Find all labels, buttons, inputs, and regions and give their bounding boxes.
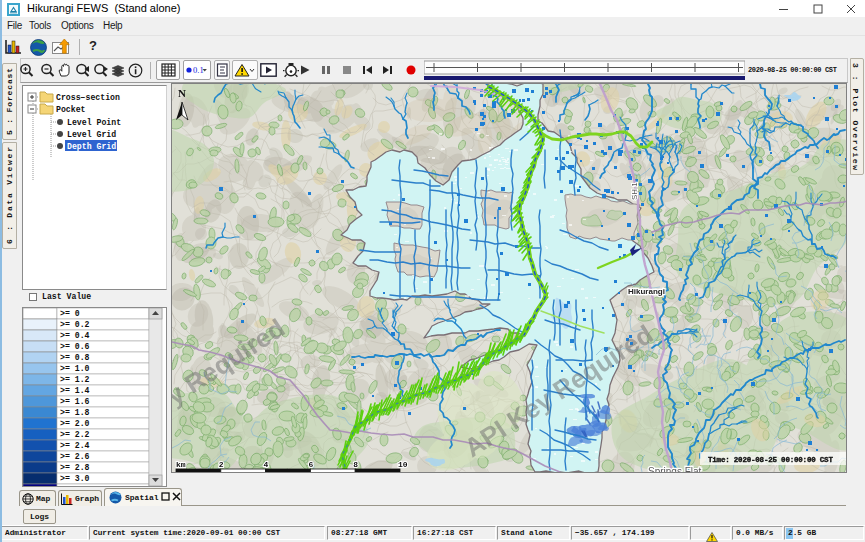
svg-text:4: 4 bbox=[264, 460, 269, 469]
svg-text:2: 2 bbox=[219, 460, 224, 469]
svg-text:3 : Plot Overview: 3 : Plot Overview bbox=[851, 63, 860, 170]
svg-text:>= 1.4: >= 1.4 bbox=[60, 386, 90, 395]
svg-text:>= 0: >= 0 bbox=[60, 309, 80, 318]
svg-text:Level Grid: Level Grid bbox=[67, 130, 116, 139]
svg-text:>= 2.6: >= 2.6 bbox=[60, 452, 90, 461]
svg-text:>= 2.0: >= 2.0 bbox=[60, 419, 90, 428]
svg-text:>= 2.2: >= 2.2 bbox=[60, 430, 90, 439]
svg-text:Hikurangi: Hikurangi bbox=[628, 287, 665, 296]
svg-text:>= 1.0: >= 1.0 bbox=[60, 364, 90, 373]
svg-text:0.1: 0.1 bbox=[193, 65, 204, 75]
svg-text:>= 3.2: >= 3.2 bbox=[60, 485, 90, 486]
svg-text:N: N bbox=[178, 87, 186, 99]
svg-text:SH 1: SH 1 bbox=[630, 182, 639, 200]
svg-text:>= 0.2: >= 0.2 bbox=[60, 320, 90, 329]
svg-text:8: 8 bbox=[353, 460, 358, 469]
svg-text:5 : Forecast: 5 : Forecast bbox=[5, 68, 14, 135]
svg-text:>= 3.0: >= 3.0 bbox=[60, 474, 90, 483]
svg-text:>= 0.6: >= 0.6 bbox=[60, 342, 90, 351]
svg-text:>= 2.4: >= 2.4 bbox=[60, 441, 90, 450]
svg-text:>= 1.6: >= 1.6 bbox=[60, 397, 90, 406]
svg-text:>= 2.8: >= 2.8 bbox=[60, 463, 90, 472]
svg-text:6: 6 bbox=[308, 460, 313, 469]
svg-text:Depth Grid: Depth Grid bbox=[67, 142, 116, 151]
svg-text:Pocket: Pocket bbox=[56, 105, 86, 114]
svg-text:>= 1.2: >= 1.2 bbox=[60, 375, 90, 384]
svg-text:>= 0.4: >= 0.4 bbox=[60, 331, 90, 340]
svg-text:Time: 2020-08-25 00:00:00 CST: Time: 2020-08-25 00:00:00 CST bbox=[708, 456, 833, 464]
svg-text:km: km bbox=[176, 460, 186, 469]
svg-text:Cross−section: Cross−section bbox=[56, 93, 120, 102]
svg-text:Springs Flat: Springs Flat bbox=[648, 466, 702, 472]
svg-text:>= 0.8: >= 0.8 bbox=[60, 353, 90, 362]
svg-text:Level Point: Level Point bbox=[67, 118, 121, 127]
svg-text:6 : Data Viewer: 6 : Data Viewer bbox=[5, 147, 14, 244]
svg-text:>= 1.8: >= 1.8 bbox=[60, 408, 90, 417]
svg-text:10: 10 bbox=[398, 460, 408, 469]
